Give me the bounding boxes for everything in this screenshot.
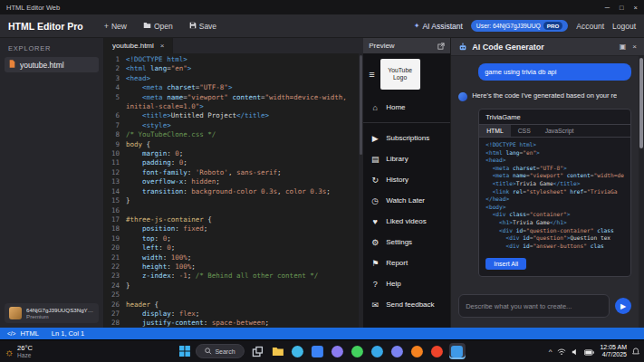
- minimize-button[interactable]: ─: [605, 4, 610, 12]
- editor-code-line[interactable]: 19 top: 0;: [104, 234, 363, 243]
- open-file-button[interactable]: Open: [139, 20, 178, 33]
- preview-sidebar-nav: ⌂Home▶Subscriptions▤Library↻History◷Watc…: [363, 97, 450, 315]
- editor-code-line[interactable]: 15}: [104, 196, 363, 205]
- editor-code-line[interactable]: 8/* YouTubeClone.css */: [104, 130, 363, 139]
- editor-code-line[interactable]: 3<head>: [104, 74, 363, 83]
- report-icon: ⚑: [370, 259, 380, 268]
- discord-icon[interactable]: [389, 343, 406, 359]
- editor-scrollbar-thumb[interactable]: [360, 55, 362, 155]
- close-button[interactable]: ×: [634, 4, 638, 12]
- notifications-bell-icon[interactable]: [632, 343, 639, 359]
- editor-code-line[interactable]: 4 <meta charset="UTF-8">: [104, 83, 363, 92]
- code-tab-html[interactable]: HTML: [479, 125, 511, 137]
- preview-nav-watch-later[interactable]: ◷Watch Later: [363, 190, 450, 211]
- generated-code-line: </head>: [485, 195, 624, 204]
- editor-code-line[interactable]: 27 display: flex;: [104, 310, 363, 319]
- editor-code-line[interactable]: 16: [104, 206, 363, 215]
- open-external-icon[interactable]: [437, 43, 445, 50]
- panel-toggle-icon[interactable]: ▣: [620, 43, 627, 51]
- vscode-icon[interactable]: [449, 343, 466, 359]
- editor-code-line[interactable]: 5 <meta name="viewport" content="width=d…: [104, 93, 363, 112]
- editor-code-line[interactable]: 1<!DOCTYPE html>: [104, 55, 363, 64]
- file-item-youtube-html[interactable]: youtube.html: [5, 57, 99, 72]
- line-number: 9: [104, 140, 126, 149]
- sidebar-user-chip[interactable]: 64NjG7gJ39UUQS3NgYXRvDjg Premium: [5, 303, 99, 323]
- editor-code-line[interactable]: 7 <style>: [104, 121, 363, 130]
- editor-code-line[interactable]: 14 transition: background-color 0.3s, co…: [104, 187, 363, 196]
- wifi-icon[interactable]: [557, 343, 566, 359]
- editor-code-line[interactable]: 21 width: 100%;: [104, 253, 363, 262]
- line-number: 27: [104, 310, 126, 319]
- editor-code-line[interactable]: 26header {: [104, 300, 363, 310]
- preview-title: Preview: [369, 42, 394, 50]
- photos-app-icon[interactable]: [330, 343, 346, 359]
- editor-code-line[interactable]: 13 overflow-x: hidden;: [104, 177, 363, 186]
- maximize-button[interactable]: □: [620, 4, 624, 12]
- editor-code-line[interactable]: 11 padding: 0;: [104, 158, 363, 167]
- code-tab-javascript[interactable]: JavaScript: [538, 125, 582, 137]
- preview-nav-report[interactable]: ⚑Report: [363, 252, 450, 273]
- hamburger-menu-icon[interactable]: ≡: [369, 69, 374, 80]
- editor-scrollbar[interactable]: [359, 53, 363, 328]
- editor-code-line[interactable]: 2<html lang="en">: [104, 64, 363, 73]
- editor-code-line[interactable]: 17#three-js-container {: [104, 215, 363, 224]
- editor-code-line[interactable]: 12 font-family: 'Roboto', sans-serif;: [104, 168, 363, 177]
- code-tab-css[interactable]: CSS: [511, 125, 538, 137]
- whatsapp-icon[interactable]: [350, 343, 366, 359]
- send-feedback-icon: ✉: [370, 300, 380, 310]
- preview-nav-library[interactable]: ▤Library: [363, 148, 450, 169]
- preview-nav-send-feedback[interactable]: ✉Send feedback: [363, 294, 450, 315]
- edge-browser-icon[interactable]: [290, 343, 306, 359]
- battery-icon[interactable]: [584, 343, 594, 359]
- editor-code-line[interactable]: 22 height: 100%;: [104, 262, 363, 272]
- cursor-position[interactable]: Ln 1, Col 1: [52, 329, 84, 338]
- task-view-icon[interactable]: [250, 343, 266, 359]
- editor-code-line[interactable]: 10 margin: 0;: [104, 149, 363, 158]
- insert-all-button[interactable]: Insert All: [485, 258, 526, 270]
- microsoft-store-icon[interactable]: [310, 343, 326, 359]
- file-explorer-icon[interactable]: [270, 343, 286, 359]
- editor-code-line[interactable]: 20 left: 0;: [104, 243, 363, 252]
- preview-nav-history[interactable]: ↻History: [363, 169, 450, 190]
- language-indicator[interactable]: HTML: [20, 329, 38, 338]
- panel-close-icon[interactable]: ×: [632, 43, 637, 51]
- editor-code-line[interactable]: 28 justify-content: space-between;: [104, 319, 363, 328]
- logout-button[interactable]: Logout: [612, 22, 636, 31]
- preview-nav-settings[interactable]: ⚙Settings: [363, 232, 450, 252]
- generated-code-line: <div id="answer-buttons" clas: [485, 243, 624, 251]
- editor-code-line[interactable]: 23 z-index: -1; /* Behind all other cont…: [104, 272, 363, 281]
- preview-nav-liked-videos[interactable]: ♥Liked videos: [363, 211, 450, 232]
- taskbar-search[interactable]: Search: [195, 344, 244, 358]
- start-button[interactable]: [178, 346, 189, 357]
- nav-divider: [363, 122, 450, 123]
- editor-code-line[interactable]: 24}: [104, 281, 363, 291]
- account-button[interactable]: Account: [576, 22, 604, 31]
- firefox-icon[interactable]: [409, 343, 426, 359]
- ai-scrollbar-thumb[interactable]: [639, 58, 643, 148]
- save-file-button[interactable]: Save: [185, 20, 221, 33]
- ai-prompt-input[interactable]: [458, 294, 610, 318]
- telegram-icon[interactable]: [370, 343, 386, 359]
- new-file-button[interactable]: + New: [100, 20, 131, 33]
- opera-icon[interactable]: [429, 343, 446, 359]
- preview-nav-help[interactable]: ?Help: [363, 273, 450, 294]
- preview-nav-subscriptions[interactable]: ▶Subscriptions: [363, 128, 450, 148]
- tab-close-icon[interactable]: ×: [160, 42, 165, 50]
- editor-code-line[interactable]: 25: [104, 291, 363, 300]
- editor-code-area[interactable]: 1<!DOCTYPE html>2<html lang="en">3<head>…: [104, 53, 363, 328]
- taskbar-clock[interactable]: 12:05 AM 4/7/2025: [600, 344, 627, 359]
- user-id-chip[interactable]: User: 64NjG7gJ39UUQ PRO: [471, 20, 568, 32]
- preview-nav-home[interactable]: ⌂Home: [363, 97, 450, 118]
- volume-icon[interactable]: [572, 343, 579, 359]
- line-number: 17: [104, 215, 126, 224]
- editor-code-line[interactable]: 18 position: fixed;: [104, 224, 363, 233]
- editor-tab-youtube-html[interactable]: youtube.html ×: [104, 38, 173, 53]
- editor-code-line[interactable]: 6 <title>Untitled Project</title>: [104, 111, 363, 120]
- ai-assistant-button[interactable]: ✦ AI Assistant: [414, 22, 463, 31]
- line-number: 3: [104, 74, 126, 83]
- editor-code-line[interactable]: 9body {: [104, 140, 363, 149]
- ai-panel-scrollbar[interactable]: [639, 56, 644, 328]
- send-button[interactable]: ▶: [615, 298, 631, 314]
- weather-widget[interactable]: ☼ 26°C Haze: [5, 345, 33, 358]
- hidden-icons-chevron[interactable]: ^: [549, 348, 553, 356]
